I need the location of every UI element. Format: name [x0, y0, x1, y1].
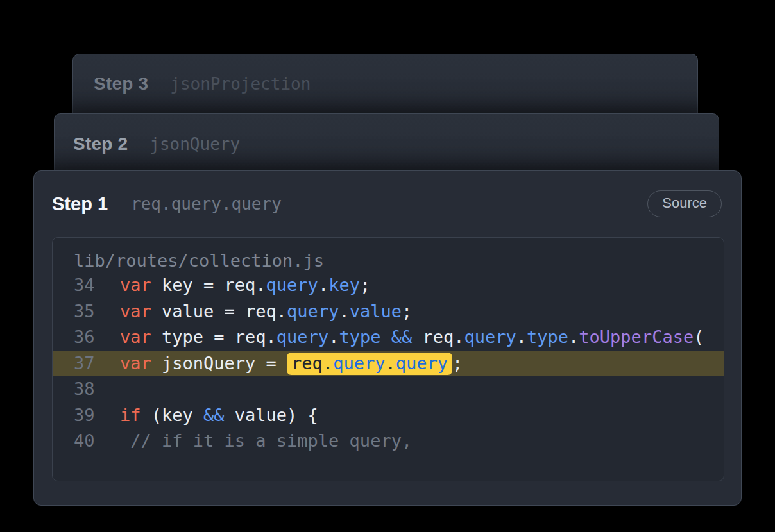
code-line: 34var key = req.query.key;: [53, 272, 724, 299]
code-line: 38: [53, 376, 724, 403]
step-2-header: Step 2 jsonQuery: [55, 114, 719, 154]
step-1-subtitle: req.query.query: [131, 194, 282, 213]
code-line: 36var type = req.query.type && req.query…: [53, 324, 724, 351]
code-line: 35var value = req.query.value;: [53, 299, 724, 325]
line-number: 39: [74, 403, 120, 429]
line-number: 36: [74, 324, 120, 351]
step-3-title: Step 3: [94, 74, 148, 94]
line-number: 38: [74, 376, 120, 403]
step-2-subtitle: jsonQuery: [149, 135, 240, 154]
code-line: 39if (key && value) {: [53, 403, 724, 429]
source-button[interactable]: Source: [647, 190, 722, 217]
code-lines-container: 34var key = req.query.key;35var value = …: [53, 272, 724, 454]
code-line: 40 // if it is a simple query,: [53, 428, 724, 454]
line-number: 40: [74, 428, 120, 454]
step-3-subtitle: jsonProjection: [170, 74, 311, 94]
code-line-highlighted: 37var jsonQuery = req.query.query;: [53, 351, 724, 377]
line-number: 34: [74, 272, 120, 299]
code-filename: lib/routes/collection.js: [53, 238, 724, 272]
line-number: 37: [74, 351, 120, 377]
code-viewer: lib/routes/collection.js 34var key = req…: [52, 237, 724, 481]
step-1-title: Step 1: [52, 194, 108, 215]
highlighted-expression-chip: req.query.query: [287, 353, 452, 375]
step-1-card: Step 1 req.query.query Source lib/routes…: [33, 170, 742, 506]
page-background: Step 3 jsonProjection Step 2 jsonQuery S…: [0, 0, 775, 532]
step-1-header: Step 1 req.query.query Source: [34, 171, 741, 217]
step-3-header: Step 3 jsonProjection: [73, 54, 697, 94]
step-2-title: Step 2: [73, 134, 128, 154]
line-number: 35: [74, 299, 120, 325]
